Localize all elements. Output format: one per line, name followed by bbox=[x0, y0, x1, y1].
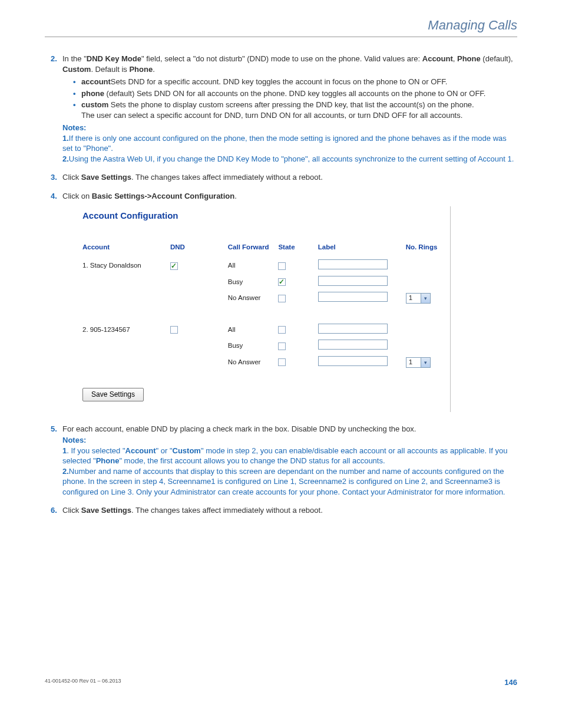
header-account: Account bbox=[82, 243, 170, 258]
chevron-down-icon: ▾ bbox=[421, 358, 430, 367]
bullet-custom: custom Sets the phone to display custom … bbox=[73, 100, 517, 120]
step-5-text: For each account, enable DND by placing … bbox=[62, 424, 416, 433]
dnd-checkbox-1[interactable] bbox=[170, 262, 178, 270]
dnd-checkbox-2[interactable] bbox=[170, 326, 178, 334]
account-name-2: 2. 905-1234567 bbox=[82, 322, 170, 338]
table-row: Busy bbox=[82, 274, 445, 291]
rings-select-1[interactable]: 1 ▾ bbox=[406, 293, 431, 304]
table-row: No Answer 1 ▾ bbox=[82, 290, 445, 307]
label-busy-input-2[interactable] bbox=[318, 340, 388, 350]
chevron-down-icon: ▾ bbox=[421, 294, 430, 303]
step-2-number: 2. bbox=[51, 54, 57, 64]
step-2-text: In the "DND Key Mode" field, select a "d… bbox=[62, 54, 513, 74]
label-busy-input-1[interactable] bbox=[318, 276, 388, 286]
account-name-1: 1. Stacy Donaldson bbox=[82, 258, 170, 274]
page-header-title: Managing Calls bbox=[45, 18, 517, 33]
step-2-bullets: accountSets DND for a specific account. … bbox=[73, 77, 517, 120]
bullet-account: accountSets DND for a specific account. … bbox=[73, 77, 517, 87]
step-4: 4. Click on Basic Settings->Account Conf… bbox=[51, 191, 517, 412]
table-row: No Answer 1 ▾ bbox=[82, 354, 445, 371]
state-busy-checkbox-2[interactable] bbox=[278, 342, 286, 350]
notes-title: Notes: bbox=[62, 436, 86, 444]
label-noanswer-input-2[interactable] bbox=[318, 356, 388, 366]
table-header-row: Account DND Call Forward State Label No.… bbox=[82, 243, 445, 258]
cf-all-1: All bbox=[228, 258, 279, 274]
state-noanswer-checkbox-1[interactable] bbox=[278, 295, 286, 302]
step-2-notes: Notes: 1.If there is only one account co… bbox=[62, 123, 517, 164]
step-5-number: 5. bbox=[51, 424, 57, 434]
step-6: 6. Click Save Settings. The changes take… bbox=[51, 505, 517, 516]
step-2: 2. In the "DND Key Mode" field, select a… bbox=[51, 54, 517, 164]
state-all-checkbox-2[interactable] bbox=[278, 326, 286, 334]
state-all-checkbox-1[interactable] bbox=[278, 262, 286, 270]
footer-page-number: 146 bbox=[504, 678, 517, 687]
label-all-input-1[interactable] bbox=[318, 259, 388, 269]
header-no-rings: No. Rings bbox=[406, 243, 445, 258]
table-row: 1. Stacy Donaldson All bbox=[82, 258, 445, 274]
step-4-number: 4. bbox=[51, 191, 57, 202]
step-3-number: 3. bbox=[51, 172, 57, 183]
account-configuration-panel: Account Configuration Account DND Call F… bbox=[74, 206, 451, 412]
state-noanswer-checkbox-2[interactable] bbox=[278, 358, 286, 366]
account-configuration-title: Account Configuration bbox=[82, 210, 445, 222]
header-call-forward: Call Forward bbox=[228, 243, 279, 258]
cf-noanswer-2: No Answer bbox=[228, 354, 279, 371]
cf-all-2: All bbox=[228, 322, 279, 338]
state-busy-checkbox-1[interactable] bbox=[278, 278, 286, 286]
save-settings-button[interactable]: Save Settings bbox=[82, 388, 144, 401]
rings-select-2[interactable]: 1 ▾ bbox=[406, 357, 431, 368]
cf-busy-1: Busy bbox=[228, 274, 279, 291]
step-5: 5. For each account, enable DND by placi… bbox=[51, 424, 517, 498]
step-6-number: 6. bbox=[51, 505, 57, 516]
header-label: Label bbox=[318, 243, 406, 258]
header-dnd: DND bbox=[170, 243, 228, 258]
cf-noanswer-1: No Answer bbox=[228, 290, 279, 307]
header-divider bbox=[45, 37, 517, 37]
header-state: State bbox=[278, 243, 318, 258]
table-row: Busy bbox=[82, 338, 445, 354]
label-all-input-2[interactable] bbox=[318, 324, 388, 334]
page-footer: 41-001452-00 Rev 01 – 06.2013 146 bbox=[45, 678, 517, 687]
label-noanswer-input-1[interactable] bbox=[318, 292, 388, 302]
notes-title: Notes: bbox=[62, 123, 86, 132]
bullet-custom-extra: The user can select a specific account f… bbox=[81, 110, 517, 121]
footer-revision: 41-001452-00 Rev 01 – 06.2013 bbox=[45, 678, 121, 687]
step-5-notes: Notes: 1. If you selected "Account" or "… bbox=[62, 435, 517, 497]
table-row: 2. 905-1234567 All bbox=[82, 322, 445, 338]
cf-busy-2: Busy bbox=[228, 338, 279, 354]
account-configuration-table: Account DND Call Forward State Label No.… bbox=[82, 243, 445, 371]
bullet-phone: phone (default) Sets DND ON for all acco… bbox=[73, 88, 517, 99]
step-3: 3. Click Save Settings. The changes take… bbox=[51, 172, 517, 183]
